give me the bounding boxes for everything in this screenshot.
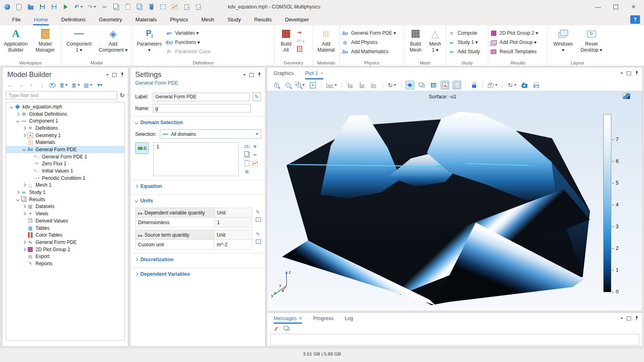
run-icon[interactable]: [63, 3, 69, 10]
open-file-icon[interactable]: [27, 3, 34, 10]
tab-graphics[interactable]: Graphics: [274, 67, 294, 79]
paste-selection-icon[interactable]: [244, 160, 250, 167]
plot-thumbnail-icon[interactable]: [623, 93, 630, 99]
menu-tab-geometry[interactable]: Geometry: [98, 14, 123, 25]
messages-tab-log[interactable]: Log: [345, 313, 353, 324]
snapshot-icon[interactable]: [520, 81, 529, 89]
panel-menu-icon[interactable]: [243, 74, 246, 76]
pin-panel-icon[interactable]: [120, 73, 124, 77]
messages-tab-messages[interactable]: Messages×: [274, 313, 302, 324]
refresh-tree-icon[interactable]: ↻: [119, 92, 125, 99]
edit-cell-icon[interactable]: I: [256, 217, 261, 222]
panel-menu-icon[interactable]: [621, 318, 623, 319]
move-up-icon[interactable]: ↑: [28, 82, 35, 88]
duplicate-icon[interactable]: [136, 3, 143, 10]
functions-button[interactable]: f(x) Functions ▾: [165, 39, 210, 46]
add-study-button[interactable]: ∞ Add Study: [448, 48, 480, 55]
undo-icon[interactable]: ↶: [74, 3, 83, 10]
panel-menu-icon[interactable]: [106, 74, 109, 76]
print-icon[interactable]: [532, 81, 541, 89]
add-component-button[interactable]: ◈ Add Component ▾: [96, 27, 130, 60]
add-material-button[interactable]: Add Material: [315, 27, 337, 60]
select-box-icon[interactable]: [160, 3, 166, 10]
tree-item-tables[interactable]: ▦Tables: [6, 225, 124, 232]
tree-item-component-1[interactable]: —Component 1: [6, 117, 124, 125]
source-unit-cell[interactable]: m^-2: [214, 240, 252, 250]
add-physics-button[interactable]: ⊛ Add Physics: [341, 39, 396, 46]
name-input[interactable]: [153, 104, 251, 112]
add-to-selection-icon[interactable]: +: [252, 143, 258, 150]
view-xz-icon[interactable]: xz: [370, 81, 378, 89]
reset-desktop-button[interactable]: ↻ Reset Desktop ▾: [577, 27, 605, 60]
parameters-button[interactable]: Pi Parameters ▾: [134, 27, 165, 60]
copy-icon[interactable]: [113, 3, 119, 10]
menu-tab-materials[interactable]: Materials: [134, 14, 157, 25]
clear-messages-icon[interactable]: [273, 325, 279, 332]
study-1-button[interactable]: ∞ Study 1 ▾: [448, 39, 480, 46]
general-form-pde-button[interactable]: Δu General Form PDE ▾: [341, 29, 396, 37]
float-panel-icon[interactable]: [627, 316, 631, 320]
menu-tab-definitions[interactable]: Definitions: [61, 14, 87, 25]
pin-panel-icon[interactable]: [635, 71, 638, 75]
close-tab-icon[interactable]: ×: [299, 316, 302, 321]
remove-from-selection-icon[interactable]: −: [252, 151, 258, 158]
scene-light-icon[interactable]: [406, 81, 414, 89]
section-units[interactable]: Units: [130, 195, 265, 205]
pin-panel-icon[interactable]: [257, 73, 261, 77]
float-panel-icon[interactable]: [249, 73, 254, 77]
cut-icon[interactable]: ✂: [101, 3, 108, 10]
mesh-1-button[interactable]: △ Mesh 1 ▾: [426, 27, 444, 60]
plot-group-2-button[interactable]: 2D Plot Group 2 ▾: [490, 29, 538, 37]
color-legend-icon[interactable]: [452, 81, 461, 89]
customize-icon[interactable]: [207, 3, 213, 10]
menu-tab-home[interactable]: Home: [33, 14, 49, 25]
tree-item-results[interactable]: Results: [6, 196, 124, 203]
source-quantity-cell[interactable]: Custom unit: [136, 240, 214, 250]
move-down-icon[interactable]: ↓: [39, 82, 45, 88]
active-toggle-button[interactable]: [135, 142, 149, 154]
messages-tab-progress[interactable]: Progress: [313, 313, 333, 324]
axis-orientation-icon[interactable]: [441, 81, 450, 89]
panel-menu-icon[interactable]: [621, 73, 623, 74]
back-icon[interactable]: ←: [7, 82, 14, 88]
view-3d-icon[interactable]: xyz: [326, 81, 338, 89]
tree-item-study-1[interactable]: ∞Study 1: [6, 189, 124, 196]
add-mathematics-button[interactable]: Δu Add Mathematics: [341, 48, 396, 55]
minimize-button[interactable]: —: [589, 0, 607, 14]
build-mesh-button[interactable]: Build Mesh: [406, 27, 425, 60]
update-icon[interactable]: ↻: [507, 81, 517, 89]
tree-item-general-form-pde[interactable]: ΔuGeneral Form PDE: [6, 146, 124, 153]
menu-tab-mesh[interactable]: Mesh: [201, 14, 215, 25]
copy-selection-icon[interactable]: [244, 151, 250, 158]
menu-tab-physics[interactable]: Physics: [169, 14, 189, 25]
edit-cell-icon[interactable]: I: [256, 239, 261, 244]
tree-item-derived-values[interactable]: 8.85e-12Derived Values: [6, 217, 124, 225]
label-input[interactable]: [153, 93, 250, 101]
tree-item-2d-plot-group-2[interactable]: 2D Plot Group 2: [6, 246, 124, 253]
pin-panel-icon[interactable]: [635, 316, 638, 320]
section-dependent-variables[interactable]: Dependent Variables: [130, 268, 265, 279]
open-in-window-icon[interactable]: [283, 325, 290, 332]
plot-area[interactable]: Surface: -u1: [267, 91, 642, 311]
edit-table-icon[interactable]: ✎: [256, 231, 261, 237]
tree-item-color-tables[interactable]: Color Tables: [6, 231, 124, 239]
build-all-button[interactable]: Build All: [276, 27, 296, 60]
zoom-find-icon[interactable]: [195, 3, 201, 10]
section-domain-selection[interactable]: Domain Selection: [130, 117, 265, 127]
tree-item-periodic-condition-1[interactable]: —•Periodic Condition 1: [6, 175, 124, 182]
menu-tab-developer[interactable]: Developer: [284, 14, 309, 25]
domain-list-item[interactable]: 1: [157, 144, 236, 150]
delete-icon[interactable]: [148, 3, 155, 10]
help-button[interactable]: ?: [630, 15, 640, 24]
selection-dropdown[interactable]: All domains: [160, 129, 261, 139]
compute-button[interactable]: = Compute: [448, 29, 480, 37]
save-as-icon[interactable]: [51, 3, 57, 10]
node-text-icon[interactable]: ▤: [84, 82, 92, 88]
save-icon[interactable]: [39, 3, 46, 10]
paste-icon[interactable]: [125, 3, 131, 10]
rotate-icon[interactable]: ↻: [387, 81, 397, 89]
component-1-button[interactable]: Component 1 ▾: [63, 27, 95, 60]
section-discretization[interactable]: Discretization: [130, 254, 265, 264]
tree-item-export[interactable]: ▤Export: [6, 253, 124, 260]
close-button[interactable]: ×: [625, 0, 642, 14]
